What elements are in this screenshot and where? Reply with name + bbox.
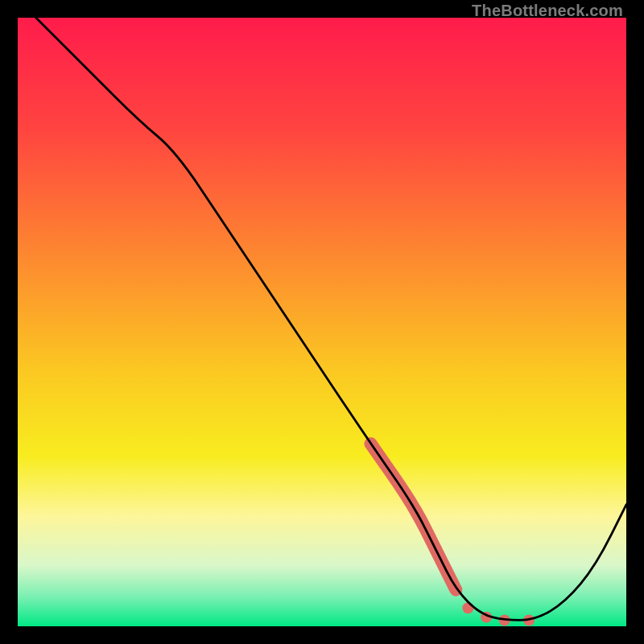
bottleneck-chart	[18, 18, 626, 626]
highlight-dot	[462, 602, 473, 613]
chart-frame	[18, 18, 626, 626]
gradient-background	[18, 18, 626, 626]
